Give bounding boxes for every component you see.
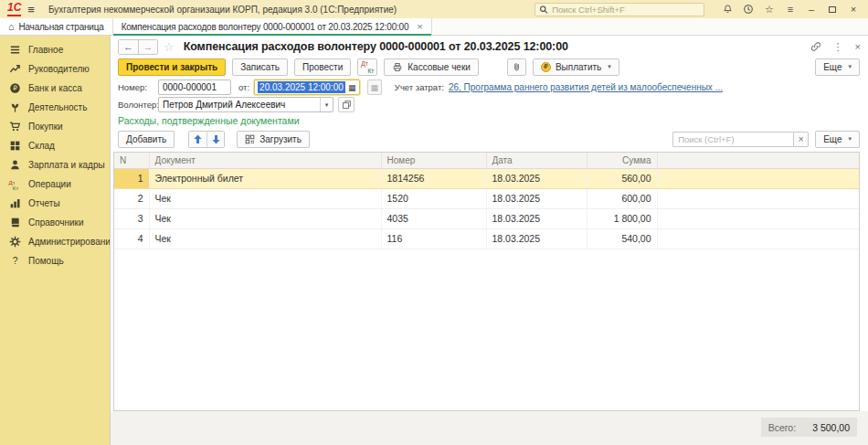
cell-sum[interactable]: 540,00: [587, 228, 657, 249]
cell-n[interactable]: 2: [114, 188, 149, 208]
pay-button[interactable]: ₽ Выплатить ▾: [533, 58, 619, 76]
save-button[interactable]: Записать: [232, 58, 288, 76]
column-header-document[interactable]: Документ: [149, 153, 381, 168]
post-and-close-button[interactable]: Провести и закрыть: [118, 58, 226, 76]
column-header-date[interactable]: Дата: [486, 153, 587, 168]
move-up-button[interactable]: [189, 132, 206, 147]
favorites-star-icon[interactable]: ☆: [764, 4, 775, 15]
table-row[interactable]: 1Электронный билет181425618.03.2025560,0…: [114, 168, 859, 188]
number-input[interactable]: [158, 79, 231, 95]
sidebar-item-label: Помощь: [28, 256, 64, 266]
date-input[interactable]: 20.03.2025 12:00:00 ▦: [254, 79, 360, 95]
column-header-n[interactable]: N: [114, 153, 149, 168]
sidebar-item-bank-cash[interactable]: ₽Банк и касса: [0, 79, 110, 98]
cell-fill: [657, 228, 859, 249]
app-logo: 1С: [7, 2, 21, 16]
sidebar-item-help[interactable]: ?Помощь: [0, 251, 110, 270]
service-menu-icon[interactable]: ≡: [785, 4, 796, 15]
global-search[interactable]: [535, 3, 704, 16]
cell-sum[interactable]: 1 800,00: [587, 208, 657, 228]
global-search-input[interactable]: [552, 5, 700, 15]
document-footer: Всего: 3 500,00: [110, 411, 868, 445]
cost-accounting-link[interactable]: 26, Программа раннего развития детей из …: [449, 82, 723, 92]
cart-icon: [8, 121, 21, 133]
sidebar-item-activity[interactable]: Деятельность: [0, 98, 110, 117]
cell-number[interactable]: 1520: [381, 188, 486, 208]
help-icon: ?: [8, 255, 21, 268]
cell-n[interactable]: 3: [114, 208, 149, 228]
load-button[interactable]: Загрузить: [237, 131, 310, 148]
cell-n[interactable]: 1: [114, 168, 149, 188]
dtkt-icon: ДтКт: [8, 178, 21, 191]
cell-date[interactable]: 18.03.2025: [486, 228, 587, 249]
cell-date[interactable]: 18.03.2025: [486, 208, 587, 228]
notifications-bell-icon[interactable]: [722, 4, 733, 15]
cell-doc[interactable]: Чек: [149, 208, 381, 228]
document-more-button[interactable]: Еще ▾: [815, 58, 860, 76]
sidebar-item-reports[interactable]: Отчеты: [0, 194, 110, 213]
back-button[interactable]: ←: [119, 40, 138, 54]
cell-sum[interactable]: 600,00: [587, 188, 657, 208]
sidebar-item-operations[interactable]: ДтКтОперации: [0, 175, 110, 194]
cell-date[interactable]: 18.03.2025: [486, 168, 587, 188]
table-search-input[interactable]: [672, 132, 793, 147]
forward-button[interactable]: →: [138, 40, 157, 54]
favorite-star-icon[interactable]: ☆: [164, 40, 175, 54]
column-header-filler: [657, 153, 859, 168]
sidebar-item-salary-hr[interactable]: Зарплата и кадры: [0, 155, 110, 175]
column-header-number[interactable]: Номер: [381, 153, 486, 168]
cell-fill: [657, 168, 859, 188]
sidebar-item-administration[interactable]: Администрирование: [0, 232, 110, 251]
volunteer-combobox[interactable]: Петров Дмитрий Алексеевич ▾: [158, 97, 333, 112]
table-row[interactable]: 4Чек11618.03.2025540,00: [114, 228, 859, 249]
open-icon: [342, 100, 352, 110]
sidebar-item-label: Зарплата и кадры: [28, 160, 105, 170]
cell-sum[interactable]: 560,00: [587, 168, 657, 188]
attachments-button[interactable]: [507, 58, 526, 76]
clear-search-button[interactable]: ×: [793, 132, 809, 147]
postings-dtkt-button[interactable]: Дт Кт: [357, 58, 377, 76]
cell-date[interactable]: 18.03.2025: [486, 188, 587, 208]
table-header-row: N Документ Номер Дата Сумма: [114, 153, 859, 168]
tab-home[interactable]: ⌂ Начальная страница: [0, 18, 113, 35]
tab-document[interactable]: Компенсация расходов волонтеру 0000-0000…: [113, 18, 432, 35]
cell-number[interactable]: 1814256: [381, 168, 486, 188]
cell-doc[interactable]: Чек: [149, 228, 381, 249]
restore-button[interactable]: [827, 4, 838, 15]
tab-close-icon[interactable]: ×: [417, 21, 422, 32]
total-box: Всего: 3 500,00: [761, 418, 857, 437]
warehouse-icon: [8, 140, 21, 153]
open-volunteer-button[interactable]: [338, 97, 355, 112]
cell-number[interactable]: 116: [381, 228, 486, 249]
post-button[interactable]: Провести: [294, 58, 351, 76]
sidebar-item-main[interactable]: Главное: [0, 40, 110, 59]
column-header-sum[interactable]: Сумма: [587, 153, 657, 168]
main-menu-icon[interactable]: ≡: [27, 4, 35, 16]
close-window-button[interactable]: ×: [848, 4, 859, 15]
add-button[interactable]: Добавить: [118, 131, 175, 148]
cell-n[interactable]: 4: [114, 228, 149, 249]
page-title: Компенсация расходов волонтеру 0000-0000…: [184, 40, 568, 53]
table-more-button[interactable]: Еще ▾: [815, 131, 860, 148]
minimize-button[interactable]: –: [806, 4, 817, 15]
cash-receipts-button[interactable]: Кассовые чеки: [384, 58, 479, 76]
move-down-button[interactable]: [206, 132, 224, 147]
calendar-icon[interactable]: ▦: [345, 83, 359, 92]
tab-bar: ⌂ Начальная страница Компенсация расходо…: [0, 18, 868, 36]
table-row[interactable]: 3Чек403518.03.20251 800,00: [114, 208, 859, 228]
combo-caret-icon[interactable]: ▾: [320, 98, 333, 111]
table-row[interactable]: 2Чек152018.03.2025600,00: [114, 188, 859, 208]
more-dots-button[interactable]: ⋮: [833, 42, 843, 52]
sidebar-item-warehouse[interactable]: Склад: [0, 136, 110, 155]
history-icon[interactable]: [743, 4, 754, 15]
cell-number[interactable]: 4035: [381, 208, 486, 228]
list-choice-button[interactable]: ▦: [367, 79, 382, 95]
sidebar-item-manager[interactable]: Руководителю: [0, 59, 110, 79]
cell-doc[interactable]: Электронный билет: [149, 168, 381, 188]
sidebar-item-directories[interactable]: Справочники: [0, 213, 110, 232]
close-document-button[interactable]: ×: [855, 42, 861, 52]
cell-doc[interactable]: Чек: [149, 188, 381, 208]
document-nav-row: ← → ☆ Компенсация расходов волонтеру 000…: [118, 38, 861, 55]
get-link-button[interactable]: [810, 41, 821, 52]
sidebar-item-purchases[interactable]: Покупки: [0, 117, 110, 136]
